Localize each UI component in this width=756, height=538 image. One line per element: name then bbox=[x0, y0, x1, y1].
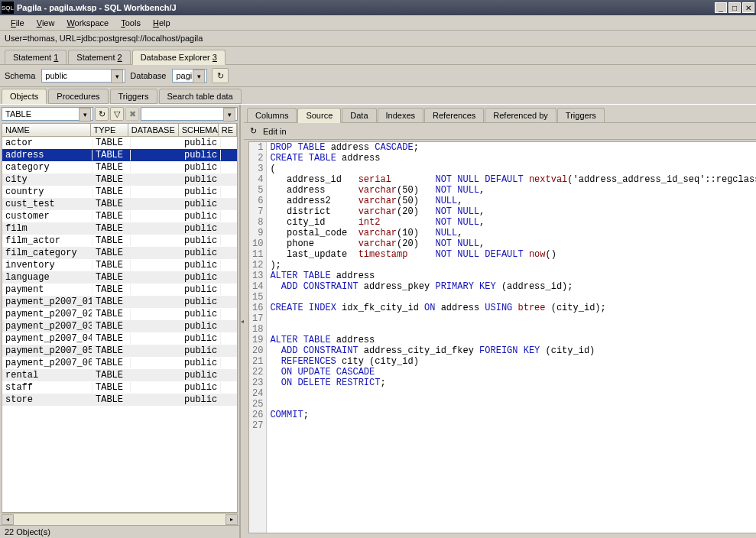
left-tabs: Objects Procedures Triggers Search table… bbox=[0, 87, 756, 104]
table-header: NAME TYPE DATABASE SCHEMA RE bbox=[2, 124, 237, 137]
reload-icon[interactable]: ↻ bbox=[95, 107, 109, 121]
refresh-icon[interactable]: ↻ bbox=[212, 68, 229, 83]
tab-data[interactable]: Data bbox=[342, 108, 376, 122]
header-schema[interactable]: SCHEMA bbox=[179, 124, 219, 136]
source-code[interactable]: DROP TABLE address CASCADE; CREATE TABLE… bbox=[267, 142, 756, 533]
maximize-button[interactable]: □ bbox=[728, 2, 741, 13]
table-row[interactable]: inventoryTABLEpublic bbox=[2, 259, 237, 271]
table-row[interactable]: countryTABLEpublic bbox=[2, 186, 237, 198]
left-panel: TABLE ↻ ▽ ✖ NAME TYPE DATABASE SCHEMA RE… bbox=[0, 105, 241, 538]
reload-source-icon[interactable]: ↻ bbox=[250, 126, 257, 136]
table-row[interactable]: rentalTABLEpublic bbox=[2, 369, 237, 381]
connection-info: User=thomas, URL=jdbc:postgresql://local… bbox=[0, 31, 756, 47]
table-row[interactable]: payment_p2007_04TABLEpublic bbox=[2, 332, 237, 345]
table-row[interactable]: storeTABLEpublic bbox=[2, 394, 237, 406]
tab-references[interactable]: References bbox=[424, 108, 484, 122]
edit-toolbar: ↻ Edit in bbox=[244, 123, 756, 140]
menu-workspace[interactable]: Workspace bbox=[60, 17, 115, 29]
database-select[interactable]: pagila bbox=[172, 69, 207, 83]
schema-toolbar: Schema public Database pagila ↻ bbox=[0, 65, 756, 87]
tab-referenced-by[interactable]: Referenced by bbox=[485, 108, 556, 122]
tab-objects[interactable]: Objects bbox=[2, 89, 47, 104]
close-button[interactable]: ✕ bbox=[742, 2, 754, 13]
menu-file[interactable]: File bbox=[5, 17, 31, 29]
table-body: actorTABLEpublicaddressTABLEpubliccatego… bbox=[2, 137, 237, 512]
main-area: TABLE ↻ ▽ ✖ NAME TYPE DATABASE SCHEMA RE… bbox=[0, 104, 756, 538]
menu-tools[interactable]: Tools bbox=[115, 17, 147, 29]
table-row[interactable]: payment_p2007_01TABLEpublic bbox=[2, 296, 237, 308]
header-database[interactable]: DATABASE bbox=[128, 124, 179, 136]
table-row[interactable]: languageTABLEpublic bbox=[2, 271, 237, 284]
table-row[interactable]: payment_p2007_02TABLEpublic bbox=[2, 308, 237, 320]
table-row[interactable]: cityTABLEpublic bbox=[2, 173, 237, 186]
clear-filter-icon[interactable]: ✖ bbox=[125, 107, 139, 121]
header-remarks[interactable]: RE bbox=[219, 124, 237, 136]
horizontal-scrollbar[interactable]: ◂ ▸ bbox=[2, 513, 238, 525]
line-gutter: 1 2 3 4 5 6 7 8 9 10 11 12 13 14 15 16 1… bbox=[249, 142, 267, 533]
scroll-left-icon[interactable]: ◂ bbox=[2, 514, 14, 525]
tab-columns[interactable]: Columns bbox=[247, 108, 297, 122]
title-bar: SQL Pagila - pagila.wksp - SQL Workbench… bbox=[0, 0, 756, 15]
tab-database-explorer[interactable]: Database Explorer 3 bbox=[132, 50, 226, 65]
table-row[interactable]: actorTABLEpublic bbox=[2, 137, 237, 149]
menu-help[interactable]: Help bbox=[147, 17, 177, 29]
app-icon: SQL bbox=[2, 2, 14, 14]
table-row[interactable]: film_categoryTABLEpublic bbox=[2, 247, 237, 259]
table-row[interactable]: payment_p2007_06TABLEpublic bbox=[2, 357, 237, 369]
status-bar: 22 Object(s) bbox=[0, 525, 239, 538]
table-row[interactable]: cust_testTABLEpublic bbox=[2, 198, 237, 210]
objects-table: NAME TYPE DATABASE SCHEMA RE actorTABLEp… bbox=[2, 123, 238, 513]
minimize-button[interactable]: _ bbox=[715, 2, 727, 13]
table-row[interactable]: paymentTABLEpublic bbox=[2, 284, 237, 296]
scroll-right-icon[interactable]: ▸ bbox=[226, 514, 238, 525]
detail-tabs: Columns Source Data Indexes References R… bbox=[244, 105, 756, 123]
table-row[interactable]: filmTABLEpublic bbox=[2, 222, 237, 235]
edit-in-label[interactable]: Edit in bbox=[263, 127, 287, 136]
table-row[interactable]: payment_p2007_03TABLEpublic bbox=[2, 320, 237, 332]
tab-search-table-data[interactable]: Search table data bbox=[159, 89, 242, 104]
table-row[interactable]: addressTABLEpublic bbox=[2, 149, 237, 161]
table-row[interactable]: customerTABLEpublic bbox=[2, 210, 237, 222]
schema-select[interactable]: public bbox=[41, 69, 125, 83]
table-row[interactable]: film_actorTABLEpublic bbox=[2, 235, 237, 247]
right-panel: Columns Source Data Indexes References R… bbox=[244, 105, 756, 538]
table-row[interactable]: categoryTABLEpublic bbox=[2, 161, 237, 173]
header-name[interactable]: NAME bbox=[2, 124, 91, 136]
database-label: Database bbox=[130, 71, 167, 80]
object-type-select[interactable]: TABLE bbox=[2, 107, 93, 121]
tab-statement-1[interactable]: Statement 1 bbox=[5, 50, 67, 64]
filter-icon[interactable]: ▽ bbox=[110, 107, 124, 121]
tab-indexes[interactable]: Indexes bbox=[378, 108, 424, 122]
tab-source[interactable]: Source bbox=[297, 108, 341, 123]
tab-statement-2[interactable]: Statement 2 bbox=[68, 50, 130, 64]
object-filter-bar: TABLE ↻ ▽ ✖ bbox=[0, 105, 239, 123]
tab-right-triggers[interactable]: Triggers bbox=[557, 108, 605, 122]
schema-label: Schema bbox=[5, 71, 37, 80]
header-type[interactable]: TYPE bbox=[91, 124, 128, 136]
window-title: Pagila - pagila.wksp - SQL Workbench/J bbox=[17, 3, 715, 12]
table-row[interactable]: staffTABLEpublic bbox=[2, 381, 237, 394]
table-row[interactable]: payment_p2007_05TABLEpublic bbox=[2, 345, 237, 357]
tab-procedures[interactable]: Procedures bbox=[48, 89, 108, 104]
menu-bar: File View Workspace Tools Help bbox=[0, 15, 756, 31]
menu-view[interactable]: View bbox=[31, 17, 61, 29]
search-input[interactable] bbox=[141, 107, 238, 121]
main-tabs: Statement 1 Statement 2 Database Explore… bbox=[0, 47, 756, 65]
source-editor[interactable]: 1 2 3 4 5 6 7 8 9 10 11 12 13 14 15 16 1… bbox=[248, 141, 756, 533]
tab-triggers[interactable]: Triggers bbox=[110, 89, 157, 104]
